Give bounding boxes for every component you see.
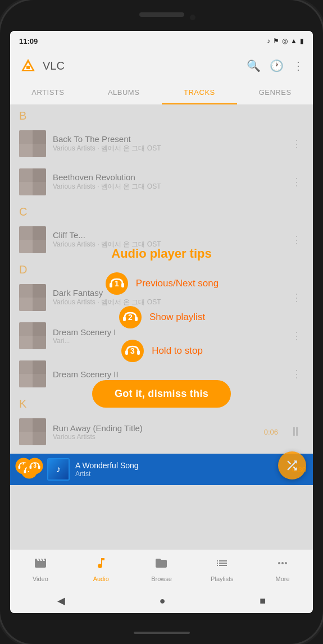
wifi-icon: ▲	[290, 37, 297, 45]
nav-more-label: More	[276, 576, 290, 582]
nav-video[interactable]: Video	[10, 556, 71, 582]
history-icon[interactable]: 🕐	[270, 59, 284, 72]
shuffle-icon	[285, 458, 299, 473]
video-icon	[34, 556, 47, 573]
svg-rect-26	[38, 465, 40, 469]
tip1-text: Previous/Next song	[136, 278, 219, 289]
phone-frame: 11:09 ♪ ⚑ ◎ ▲ ▮ VLC 🔍 🕐 ⋮	[0, 0, 323, 644]
nav-video-label: Video	[33, 576, 48, 582]
phone-camera	[190, 15, 195, 20]
nav-audio-label: Audio	[93, 576, 109, 582]
phone-speaker	[139, 12, 184, 17]
svg-rect-2	[26, 66, 30, 69]
phone-screen: 11:09 ♪ ⚑ ◎ ▲ ▮ VLC 🔍 🕐 ⋮	[10, 31, 313, 613]
nav-audio[interactable]: Audio	[71, 556, 131, 582]
more-horiz-icon	[276, 556, 289, 573]
tab-tracks[interactable]: TRACKS	[162, 80, 238, 104]
bottom-nav: Video Audio Browse Playlists	[10, 549, 313, 588]
dismiss-button[interactable]: Got it, dismiss this	[92, 380, 231, 408]
phone-home-bar	[134, 632, 190, 634]
status-time: 11:09	[19, 37, 38, 45]
app-bar-actions: 🔍 🕐 ⋮	[247, 59, 304, 72]
battery-icon: ▮	[300, 37, 304, 45]
status-bar: 11:09 ♪ ⚑ ◎ ▲ ▮	[10, 31, 313, 51]
headphone-icon-1: 1	[104, 271, 129, 296]
headphone-icon-2: 2	[118, 305, 143, 330]
nav-browse[interactable]: Browse	[131, 556, 192, 582]
tips-overlay: Audio player tips 1 Previous/Next song	[10, 105, 313, 549]
flag-status-icon: ⚑	[273, 37, 279, 45]
tab-albums[interactable]: ALBUMS	[86, 80, 162, 104]
tab-bar: ARTISTS ALBUMS TRACKS GENRES	[10, 80, 313, 105]
system-nav: ◀ ● ■	[10, 588, 313, 613]
svg-rect-13	[125, 350, 128, 355]
np-artist: Artist	[75, 470, 286, 478]
svg-rect-5	[110, 283, 112, 287]
location-status-icon: ◎	[282, 37, 288, 45]
status-icons: ♪ ⚑ ◎ ▲ ▮	[267, 37, 304, 45]
tab-genres[interactable]: GENRES	[237, 80, 313, 104]
svg-rect-14	[137, 350, 140, 355]
svg-rect-10	[135, 317, 138, 321]
vlc-logo	[19, 57, 37, 75]
nav-more[interactable]: More	[252, 556, 313, 582]
music-status-icon: ♪	[267, 37, 270, 45]
nav-browse-label: Browse	[151, 576, 172, 582]
svg-text:3: 3	[130, 346, 135, 355]
np-album-art: ♪	[47, 458, 70, 481]
tips-container: Audio player tips 1 Previous/Next song	[10, 246, 313, 408]
back-button[interactable]: ◀	[57, 595, 65, 607]
app-title: VLC	[43, 60, 247, 72]
music-note-icon: ♪	[56, 464, 61, 474]
headphone-np-icon-3: 3	[26, 457, 44, 475]
more-vert-icon[interactable]: ⋮	[293, 59, 304, 72]
tip2-text: Show playlist	[149, 312, 205, 323]
headphone-icon-3: 3	[120, 339, 145, 363]
content-area: B Back To The Present Various Artists · …	[10, 105, 313, 549]
now-playing-bar[interactable]: 1 2	[10, 454, 313, 485]
svg-rect-6	[121, 283, 124, 287]
nav-playlists[interactable]: Playlists	[192, 556, 252, 582]
audio-icon	[94, 556, 108, 573]
nav-playlists-label: Playlists	[211, 576, 233, 582]
tip3-text: Hold to stop	[152, 345, 203, 357]
tips-title: Audio player tips	[111, 246, 211, 261]
recent-button[interactable]: ■	[260, 595, 266, 607]
svg-text:1: 1	[115, 279, 119, 288]
tip-row-2: 2 Show playlist	[118, 302, 205, 333]
search-icon[interactable]: 🔍	[247, 59, 261, 72]
shuffle-fab[interactable]	[278, 451, 306, 479]
svg-rect-25	[30, 465, 32, 469]
np-info: A Wonderful Song Artist	[75, 461, 286, 478]
tip-row-3: 3 Hold to stop	[120, 335, 203, 367]
playlists-icon	[215, 556, 229, 573]
tip-row-1: 1 Previous/Next song	[104, 268, 219, 299]
tab-artists[interactable]: ARTISTS	[10, 80, 86, 104]
np-title: A Wonderful Song	[75, 461, 286, 470]
np-thumb-container: 1 2	[17, 457, 42, 482]
browse-icon	[154, 556, 168, 573]
svg-text:2: 2	[128, 313, 133, 322]
svg-text:3: 3	[33, 463, 37, 469]
svg-rect-9	[123, 317, 126, 321]
app-bar: VLC 🔍 🕐 ⋮	[10, 51, 313, 80]
home-button[interactable]: ●	[160, 595, 166, 607]
